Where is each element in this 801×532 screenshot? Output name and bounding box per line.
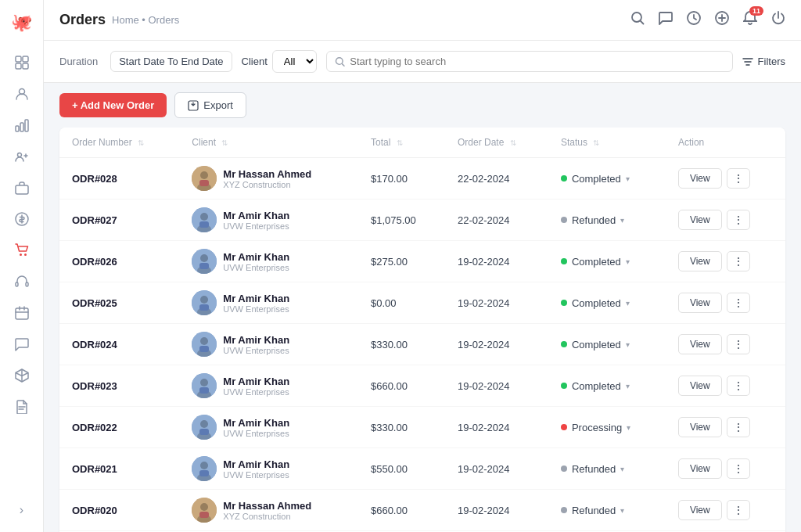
sidebar-icon-calendar[interactable]: [8, 299, 36, 327]
more-options-button[interactable]: ⋮: [727, 293, 750, 313]
power-icon[interactable]: [771, 11, 785, 29]
status-dropdown-icon[interactable]: ▾: [620, 216, 624, 225]
client-company: UVW Enterprises: [223, 429, 289, 438]
date-range-picker[interactable]: Start Date To End Date: [110, 51, 232, 72]
orders-table-container: Order Number ⇅ Client ⇅ Total ⇅ Order Da…: [44, 128, 801, 532]
client-info: Mr Amir Khan UVW Enterprises: [223, 293, 289, 314]
top-header: Orders Home • Orders: [44, 0, 801, 41]
sidebar-icon-users[interactable]: [8, 80, 36, 108]
status-dot: [561, 258, 567, 264]
avatar: [192, 332, 217, 357]
total-cell: $170.00: [358, 158, 445, 200]
client-select[interactable]: All: [272, 50, 317, 73]
client-cell: Mr Amir Khan UVW Enterprises: [179, 365, 358, 407]
svg-rect-38: [199, 304, 209, 311]
more-options-button[interactable]: ⋮: [727, 500, 750, 520]
status-dot: [561, 175, 567, 182]
date-cell: 19-02-2024: [445, 241, 548, 282]
status-text: Refunded: [572, 214, 616, 226]
sidebar-icon-dashboard[interactable]: [8, 49, 36, 77]
status-dropdown-icon[interactable]: ▾: [626, 340, 630, 349]
action-cell: View ⋮: [666, 490, 785, 531]
client-company: UVW Enterprises: [223, 304, 289, 314]
view-button[interactable]: View: [678, 458, 722, 479]
view-button[interactable]: View: [678, 251, 722, 271]
svg-rect-7: [16, 126, 19, 131]
date-cell: 19-02-2024: [445, 407, 548, 448]
sidebar-icon-dollar[interactable]: [8, 205, 36, 233]
status-dropdown-icon[interactable]: ▾: [620, 506, 624, 515]
filters-button[interactable]: Filters: [742, 56, 785, 67]
sort-icon: ⇅: [593, 138, 599, 147]
table-row: ODR#024 Mr Amir Khan UVW Enterprises: [59, 324, 785, 365]
view-button[interactable]: View: [678, 293, 722, 313]
svg-rect-2: [16, 56, 21, 62]
status-text: Processing: [572, 422, 622, 433]
client-filter: Client All: [242, 50, 317, 73]
status-text: Completed: [572, 256, 621, 268]
more-options-button[interactable]: ⋮: [727, 417, 750, 437]
sidebar-icon-cart[interactable]: [8, 236, 36, 264]
search-icon[interactable]: [630, 11, 645, 29]
notification-icon[interactable]: 11: [743, 11, 757, 29]
sidebar-icon-briefcase[interactable]: [8, 174, 36, 202]
svg-point-21: [336, 57, 343, 64]
client-company: XYZ Construction: [223, 512, 311, 521]
view-button[interactable]: View: [678, 334, 722, 354]
duration-label: Duration: [59, 56, 98, 67]
app-logo[interactable]: 🐙: [8, 8, 36, 36]
date-cell: 19-02-2024: [445, 490, 548, 531]
sidebar-icon-document[interactable]: [8, 393, 36, 421]
clock-icon[interactable]: [687, 11, 701, 29]
view-button[interactable]: View: [678, 168, 722, 189]
export-button[interactable]: Export: [174, 92, 246, 118]
svg-rect-8: [20, 123, 23, 131]
sidebar-icon-headset[interactable]: [8, 268, 36, 296]
more-options-button[interactable]: ⋮: [727, 376, 750, 396]
order-number-cell: ODR#021: [59, 448, 179, 490]
action-cell: View ⋮: [666, 324, 785, 365]
table-row: ODR#025 Mr Amir Khan UVW Enterprises: [59, 282, 785, 324]
add-icon[interactable]: [715, 11, 729, 29]
client-company: UVW Enterprises: [223, 221, 289, 231]
client-info: Mr Amir Khan UVW Enterprises: [223, 376, 289, 397]
more-options-button[interactable]: ⋮: [727, 458, 750, 479]
sort-icon: ⇅: [397, 138, 403, 147]
client-info: Mr Amir Khan UVW Enterprises: [223, 210, 289, 231]
svg-rect-42: [199, 346, 209, 352]
client-company: UVW Enterprises: [223, 387, 289, 397]
search-input[interactable]: [350, 56, 724, 67]
status-dropdown-icon[interactable]: ▾: [620, 465, 624, 473]
client-cell: Mr Amir Khan UVW Enterprises: [179, 200, 358, 241]
total-header: Total ⇅: [358, 128, 445, 158]
sidebar-icon-chat[interactable]: [8, 330, 36, 358]
order-number: ODR#027: [72, 214, 117, 226]
status-dropdown-icon[interactable]: ▾: [626, 174, 630, 183]
add-order-button[interactable]: + Add New Order: [59, 93, 167, 117]
chat-icon[interactable]: [659, 11, 673, 29]
status-dropdown-icon[interactable]: ▾: [627, 423, 630, 432]
more-options-button[interactable]: ⋮: [727, 251, 750, 271]
order-date-header: Order Date ⇅: [445, 128, 548, 158]
more-options-button[interactable]: ⋮: [727, 168, 750, 189]
status-dot: [561, 217, 567, 223]
sidebar-icon-contacts[interactable]: [8, 142, 36, 171]
view-button[interactable]: View: [678, 417, 722, 437]
view-button[interactable]: View: [678, 500, 722, 520]
view-button[interactable]: View: [678, 376, 722, 396]
view-button[interactable]: View: [678, 210, 722, 230]
status-dropdown-icon[interactable]: ▾: [626, 257, 630, 266]
sidebar-icon-charts[interactable]: [8, 111, 36, 139]
order-number-cell: ODR#024: [59, 324, 179, 365]
status-dropdown-icon[interactable]: ▾: [626, 299, 630, 307]
order-number: ODR#028: [72, 173, 117, 185]
sidebar-icon-package[interactable]: [8, 361, 36, 390]
more-options-button[interactable]: ⋮: [727, 210, 750, 230]
more-options-button[interactable]: ⋮: [727, 334, 750, 354]
total-cell: $660.00: [358, 490, 445, 531]
status-dot: [561, 300, 567, 306]
sidebar-expand-button[interactable]: ›: [8, 496, 36, 524]
action-cell: View ⋮: [666, 448, 785, 490]
status-dropdown-icon[interactable]: ▾: [626, 382, 630, 390]
svg-point-28: [200, 213, 208, 221]
